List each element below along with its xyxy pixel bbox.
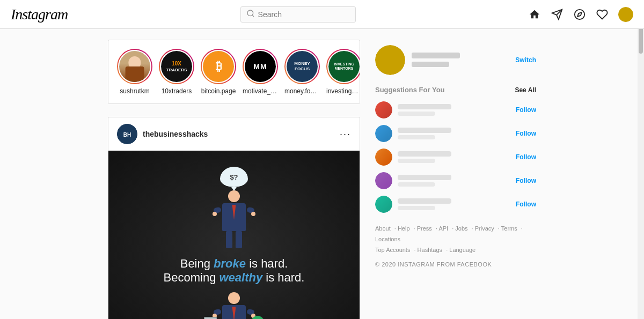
footer-link-locations[interactable]: Locations xyxy=(375,236,400,242)
footer-copyright: © 2020 INSTAGRAM FROM FACEBOOK xyxy=(375,259,536,270)
suggestion-left xyxy=(375,125,451,142)
svg-point-0 xyxy=(247,10,253,16)
suggestion-sub xyxy=(398,159,435,163)
scrollbar-track[interactable] xyxy=(638,0,644,319)
heart-icon[interactable] xyxy=(596,8,609,21)
switch-button[interactable]: Switch xyxy=(515,56,536,64)
post-bottom-figure: Becoming wealthy is hard. xyxy=(164,271,305,319)
see-all-button[interactable]: See All xyxy=(515,86,536,94)
footer-link-top-accounts[interactable]: Top Accounts xyxy=(375,247,410,253)
post-header: BH thebusinesshacks ··· xyxy=(108,117,360,151)
sidebar-username xyxy=(412,51,460,60)
suggestion-item: Follow xyxy=(375,172,536,189)
story-item[interactable]: INVESTINGMENTORS investingm... xyxy=(326,49,360,95)
story-label: investingm... xyxy=(326,87,360,95)
feed-column: sushrutkm 10XTRADERS 10xtraders xyxy=(108,40,360,319)
footer-link-terms[interactable]: Terms xyxy=(501,225,517,232)
post-image: $? xyxy=(108,151,360,319)
svg-marker-5 xyxy=(577,12,582,17)
suggestion-avatar[interactable] xyxy=(375,125,392,142)
sidebar-avatar[interactable] xyxy=(375,45,405,75)
main-layout: sushrutkm 10XTRADERS 10xtraders xyxy=(0,29,644,319)
suggestion-item: Follow xyxy=(375,101,536,118)
suggestions-list: Follow Follow xyxy=(375,101,536,213)
footer-link-about[interactable]: About xyxy=(375,225,391,232)
footer-link-hashtags[interactable]: Hashtags xyxy=(418,247,442,253)
story-label: 10xtraders xyxy=(162,87,192,95)
suggestion-sub xyxy=(398,206,435,210)
svg-point-4 xyxy=(575,9,584,19)
footer-row-2: Top Accounts · Hashtags · Language xyxy=(375,245,536,256)
speech-bubble-text: $? xyxy=(230,173,238,181)
search-icon xyxy=(246,9,255,20)
post-text-top: Being broke is hard. xyxy=(180,257,288,271)
footer-link-help[interactable]: Help xyxy=(398,225,410,232)
follow-button[interactable]: Follow xyxy=(516,153,536,161)
story-label: bitcoin.page xyxy=(201,87,236,95)
suggestion-left xyxy=(375,172,451,189)
suggestion-left xyxy=(375,196,451,213)
post-options-button[interactable]: ··· xyxy=(340,129,351,140)
instagram-logo: Instagram xyxy=(11,6,68,23)
story-item[interactable]: sushrutkm xyxy=(117,49,152,95)
follow-button[interactable]: Follow xyxy=(516,177,536,184)
suggestion-item: Follow xyxy=(375,149,536,166)
suggestion-name xyxy=(398,151,451,157)
suggestion-name xyxy=(398,104,451,109)
sidebar-user-left xyxy=(375,45,460,75)
stories-container: sushrutkm 10XTRADERS 10xtraders xyxy=(108,40,360,104)
suggestion-name xyxy=(398,198,451,204)
svg-text:BH: BH xyxy=(123,132,131,138)
suggestion-avatar[interactable] xyxy=(375,172,392,189)
suggestion-sub xyxy=(398,112,435,116)
footer-link-language[interactable]: Language xyxy=(449,247,475,253)
suggestion-left xyxy=(375,101,451,118)
suggestion-sub xyxy=(398,182,435,187)
suggestion-left xyxy=(375,149,451,166)
story-label: money.focus xyxy=(284,87,320,95)
follow-button[interactable]: Follow xyxy=(516,130,536,137)
search-bar[interactable] xyxy=(240,6,356,23)
footer-row-1: About · Help · Press · API · Jobs · Priv… xyxy=(375,224,536,245)
story-item[interactable]: MM motivate_vi... xyxy=(243,49,278,95)
post-user: BH thebusinesshacks xyxy=(117,124,208,144)
suggestion-avatar[interactable] xyxy=(375,101,392,118)
profile-avatar[interactable] xyxy=(618,7,633,22)
suggestion-avatar[interactable] xyxy=(375,196,392,213)
search-input[interactable] xyxy=(258,10,350,19)
follow-button[interactable]: Follow xyxy=(516,201,536,208)
suggestions-header: Suggestions For You See All xyxy=(375,86,536,94)
navbar: Instagram xyxy=(0,0,644,29)
story-item[interactable]: ₿ bitcoin.page xyxy=(201,49,236,95)
footer-links: About · Help · Press · API · Jobs · Priv… xyxy=(375,224,536,270)
nav-icons xyxy=(528,7,633,22)
footer-link-api[interactable]: API xyxy=(438,225,448,232)
suggestion-avatar[interactable] xyxy=(375,149,392,166)
follow-button[interactable]: Follow xyxy=(516,106,536,114)
suggestion-name xyxy=(398,175,451,180)
post-top-figure: $? xyxy=(180,167,288,271)
compass-icon[interactable] xyxy=(573,8,586,21)
story-item[interactable]: 10XTRADERS 10xtraders xyxy=(159,49,194,95)
post-text-bottom: Becoming wealthy is hard. xyxy=(164,271,305,285)
post-avatar[interactable]: BH xyxy=(117,124,137,144)
footer-link-press[interactable]: Press xyxy=(417,225,432,232)
post-card: BH thebusinesshacks ··· xyxy=(108,117,360,319)
stories-scroll: sushrutkm 10XTRADERS 10xtraders xyxy=(108,49,360,95)
suggestions-title: Suggestions For You xyxy=(375,86,445,94)
home-icon[interactable] xyxy=(528,8,541,21)
suggestion-info xyxy=(398,198,451,210)
svg-line-1 xyxy=(252,15,254,17)
footer-link-jobs[interactable]: Jobs xyxy=(455,225,467,232)
suggestion-info xyxy=(398,128,451,139)
story-item[interactable]: MONEYFOCUS money.focus xyxy=(284,49,320,95)
suggestion-info xyxy=(398,175,451,187)
story-label: sushrutkm xyxy=(120,87,149,95)
footer-link-privacy[interactable]: Privacy xyxy=(475,225,494,232)
suggestion-info xyxy=(398,151,451,163)
send-icon[interactable] xyxy=(551,8,564,21)
sidebar-fullname xyxy=(412,60,460,69)
suggestion-item: Follow xyxy=(375,196,536,213)
post-username[interactable]: thebusinesshacks xyxy=(143,130,208,138)
suggestion-item: Follow xyxy=(375,125,536,142)
